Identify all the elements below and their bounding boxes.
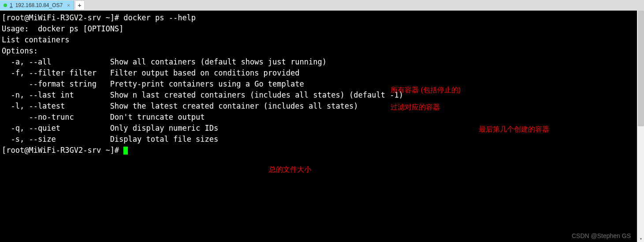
annotation-last: 最后第几个创建的容器 [479,125,549,134]
tab-title: 192.168.10.84_OS7 [15,2,63,8]
terminal-line: --no-trunc Don't truncate output [2,112,642,123]
scroll-down-icon[interactable]: ▾ [637,235,644,242]
status-dot-icon [4,4,7,7]
session-tab[interactable]: 1 192.168.10.84_OS7 × [0,0,74,10]
cursor-icon [123,147,128,155]
add-tab-button[interactable]: + [75,0,85,10]
scrollbar-thumb[interactable] [638,11,644,126]
annotation-filter: 过滤对应的容器 [391,103,440,112]
terminal-area[interactable]: [root@MiWiFi-R3GV2-srv ~]# docker ps --h… [0,11,644,242]
terminal-line: -s, --size Display total file sizes [2,134,642,145]
terminal-line: -f, --filter filter Filter output based … [2,68,642,79]
terminal-prompt-line: [root@MiWiFi-R3GV2-srv ~]# [2,145,642,156]
terminal-line: [root@MiWiFi-R3GV2-srv ~]# docker ps --h… [2,12,642,23]
close-icon[interactable]: × [67,3,70,8]
terminal-line: -a, --all Show all containers (default s… [2,57,642,68]
prompt-text: [root@MiWiFi-R3GV2-srv ~]# [2,146,123,155]
terminal-line: List containers [2,34,642,45]
terminal-line: -l, --latest Show the latest created con… [2,101,642,112]
terminal-line: --format string Pretty-print containers … [2,79,642,90]
plus-icon: + [78,2,81,9]
annotation-size: 总的文件大小 [269,165,311,174]
vertical-scrollbar[interactable]: ▴ ▾ [637,11,644,242]
tab-bar: 1 192.168.10.84_OS7 × + [0,0,644,11]
terminal-line: Options: [2,45,642,57]
terminal-line: Usage: docker ps [OPTIONS] [2,23,642,34]
tab-index: 1 [10,2,13,8]
watermark-text: CSDN @Stephen GS [572,232,631,239]
terminal-line: -n, --last int Show n last created conta… [2,90,642,101]
annotation-all: 所有容器 (包括停止的) [391,86,461,95]
